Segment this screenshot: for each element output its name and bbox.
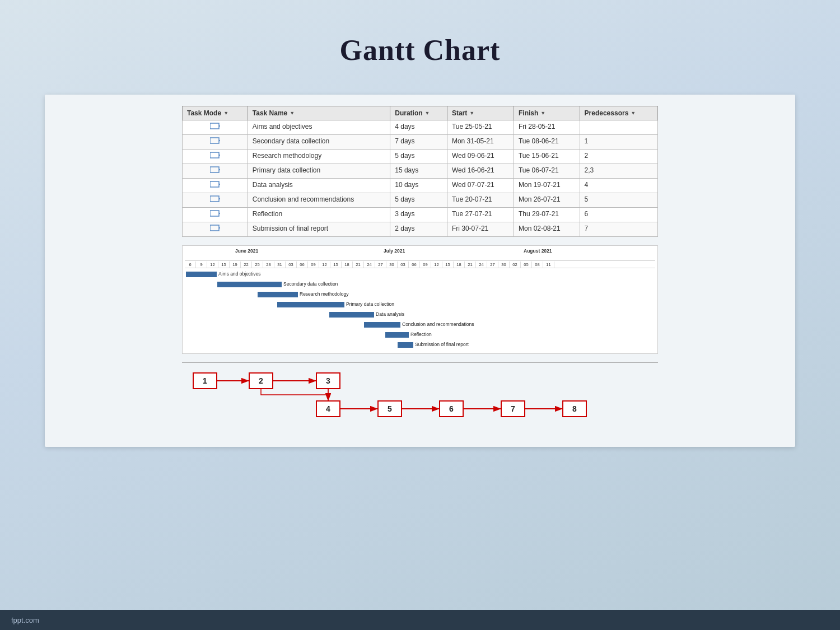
svg-marker-17 (219, 198, 220, 200)
network-node-label: 6 (449, 404, 454, 413)
col-header-mode[interactable]: Task Mode ▼ (183, 106, 248, 120)
date-cell: 12 (431, 262, 442, 268)
date-cell: 09 (308, 262, 319, 268)
network-node-label: 2 (259, 376, 263, 385)
gantt-bar-label: Research methodology (300, 291, 348, 297)
content-card: Task Mode ▼ Task Name ▼ Duration ▼ Start… (45, 95, 795, 447)
task-name: Primary data collection (248, 164, 390, 179)
network-node-label: 1 (203, 376, 207, 385)
footer-text: fppt.com (11, 616, 39, 624)
task-mode-icon (210, 195, 220, 203)
task-predecessors: 4 (580, 179, 657, 193)
gantt-bar (364, 322, 400, 328)
network-diagram: 12345678 (182, 368, 658, 436)
task-mode-icon (210, 181, 220, 189)
task-duration: 5 days (390, 193, 447, 208)
gantt-bars-area: Aims and objectivesSecondary data collec… (185, 270, 655, 351)
task-predecessors (580, 120, 657, 135)
gantt-bar (329, 312, 374, 318)
date-cell: 03 (286, 262, 297, 268)
svg-rect-3 (210, 138, 219, 143)
gantt-bar-label: Secondary data collection (283, 281, 338, 287)
col-header-start[interactable]: Start ▼ (447, 106, 514, 120)
network-svg: 12345678 (182, 368, 630, 433)
date-cell: 09 (420, 262, 431, 268)
date-cell: 24 (364, 262, 375, 268)
gantt-bar-label: Submission of final report (415, 342, 469, 347)
col-header-predecessors[interactable]: Predecessors ▼ (580, 106, 657, 120)
task-duration: 10 days (390, 179, 447, 193)
footer: fppt.com (0, 610, 840, 630)
month-june: June 2021 (235, 248, 258, 254)
date-cell: 12 (319, 262, 330, 268)
date-cell: 15 (330, 262, 342, 268)
network-node-label: 8 (572, 404, 577, 413)
task-start: Wed 16-06-21 (447, 164, 514, 179)
svg-rect-12 (210, 181, 219, 187)
task-name: Conclusion and recommendations (248, 193, 390, 208)
svg-rect-0 (210, 123, 219, 129)
date-cell: 27 (375, 262, 386, 268)
gantt-bar (277, 302, 344, 307)
task-mode-icon (210, 123, 220, 130)
task-start: Wed 09-06-21 (447, 150, 514, 164)
gantt-bar-label: Primary data collection (346, 301, 394, 307)
svg-marker-20 (219, 212, 220, 214)
date-cell: 21 (465, 262, 476, 268)
table-row: Data analysis10 daysWed 07-07-21Mon 19-0… (183, 179, 658, 193)
gantt-bar (186, 272, 217, 277)
date-cell: 06 (409, 262, 420, 268)
task-predecessors: 2,3 (580, 164, 657, 179)
col-header-duration[interactable]: Duration ▼ (390, 106, 447, 120)
task-duration: 7 days (390, 135, 447, 150)
gantt-bar-label: Reflection (410, 332, 432, 337)
page-title: Gantt Chart (0, 34, 840, 67)
date-cell: 24 (476, 262, 487, 268)
task-finish: Thu 29-07-21 (514, 208, 580, 222)
task-finish: Mon 02-08-21 (514, 222, 580, 237)
date-cell: 31 (274, 262, 286, 268)
table-row: Conclusion and recommendations5 daysTue … (183, 193, 658, 208)
task-start: Mon 31-05-21 (447, 135, 514, 150)
table-row: Secondary data collection7 daysMon 31-05… (183, 135, 658, 150)
task-predecessors: 1 (580, 135, 657, 150)
task-start: Wed 07-07-21 (447, 179, 514, 193)
chart-container: June 2021 July 2021 August 2021 69121519… (182, 245, 658, 354)
svg-rect-15 (210, 196, 219, 202)
gantt-bar-label: Data analysis (376, 311, 404, 317)
task-duration: 4 days (390, 120, 447, 135)
date-cell: 28 (263, 262, 274, 268)
task-name: Reflection (248, 208, 390, 222)
gantt-row: Primary data collection (185, 300, 655, 309)
date-cell: 03 (398, 262, 409, 268)
date-cell: 9 (196, 262, 207, 268)
task-mode-icon (210, 166, 220, 174)
date-cell: 05 (521, 262, 532, 268)
gantt-row: Aims and objectives (185, 270, 655, 279)
network-node-label: 4 (326, 404, 330, 413)
gantt-bar (398, 342, 413, 348)
task-finish: Fri 28-05-21 (514, 120, 580, 135)
date-cell: 18 (454, 262, 465, 268)
svg-marker-8 (219, 154, 220, 156)
gantt-row: Conclusion and recommendations (185, 320, 655, 329)
table-row: Aims and objectives4 daysTue 25-05-21Fri… (183, 120, 658, 135)
date-cell: 22 (241, 262, 252, 268)
gantt-row: Data analysis (185, 310, 655, 319)
gantt-row: Submission of final report (185, 340, 655, 349)
network-node-label: 5 (388, 404, 392, 413)
date-cell: 15 (218, 262, 230, 268)
gantt-bar (217, 282, 282, 287)
date-cell: 08 (532, 262, 543, 268)
task-start: Tue 25-05-21 (447, 120, 514, 135)
table-row: Primary data collection15 daysWed 16-06-… (183, 164, 658, 179)
date-cell: 25 (252, 262, 263, 268)
col-header-finish[interactable]: Finish ▼ (514, 106, 580, 120)
task-duration: 3 days (390, 208, 447, 222)
task-mode-icon (210, 225, 220, 232)
col-header-name[interactable]: Task Name ▼ (248, 106, 390, 120)
task-start: Tue 27-07-21 (447, 208, 514, 222)
date-cell: 21 (353, 262, 364, 268)
task-mode-icon (210, 210, 220, 218)
date-cell: 30 (386, 262, 398, 268)
